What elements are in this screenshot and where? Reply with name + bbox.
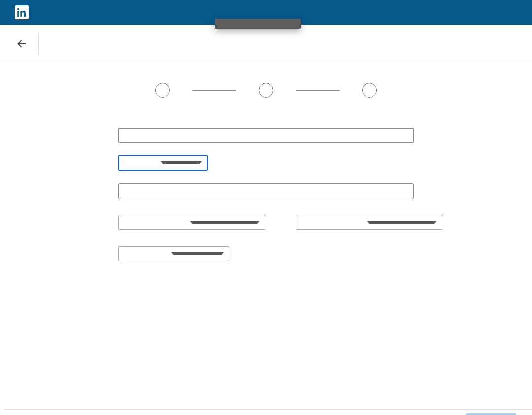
step-1-circle xyxy=(155,83,170,98)
step-2-circle xyxy=(259,83,273,98)
attribution-select[interactable] xyxy=(118,246,229,261)
clicks-select[interactable] xyxy=(118,215,266,230)
linkedin-logo-icon xyxy=(15,5,29,19)
step-connector xyxy=(192,90,236,91)
chevron-down-icon xyxy=(171,252,224,255)
page-subheader xyxy=(0,25,532,63)
step-3-circle xyxy=(362,83,377,98)
step-3 xyxy=(340,83,399,100)
step-1 xyxy=(133,83,192,100)
behavior-dropdown[interactable] xyxy=(215,19,301,29)
main-form xyxy=(118,114,414,261)
next-button[interactable] xyxy=(466,413,516,415)
step-2 xyxy=(236,83,296,100)
behavior-select[interactable] xyxy=(118,155,208,171)
step-connector xyxy=(296,90,340,91)
content-area xyxy=(0,63,532,261)
value-select[interactable] xyxy=(118,183,414,199)
chevron-down-icon xyxy=(161,161,202,164)
chevron-down-icon xyxy=(190,221,260,224)
vertical-divider xyxy=(38,33,39,55)
chevron-down-icon xyxy=(367,221,437,224)
bottom-bar xyxy=(5,409,532,415)
timeframe-row xyxy=(118,211,414,230)
back-arrow-icon[interactable] xyxy=(15,37,29,51)
conversion-name-input[interactable] xyxy=(118,128,414,143)
step-indicator xyxy=(133,83,399,100)
views-select[interactable] xyxy=(296,215,443,230)
